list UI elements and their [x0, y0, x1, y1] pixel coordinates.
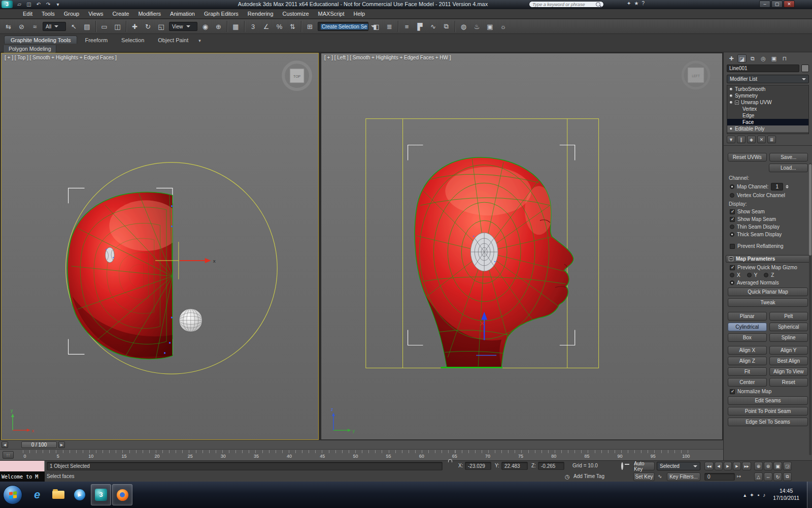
search-icon[interactable] — [596, 2, 600, 7]
material-editor-icon[interactable]: ◍ — [457, 20, 470, 33]
taskbar-firefox[interactable] — [112, 484, 132, 505]
qat-options-icon[interactable]: ▾ — [54, 1, 62, 8]
go-to-end-button[interactable]: ▶▶ — [742, 462, 751, 470]
align-icon[interactable]: ≣ — [383, 20, 396, 33]
align-z-button[interactable]: Align Z — [728, 357, 767, 365]
align-to-view-button[interactable]: Align To View — [769, 367, 808, 376]
show-map-seam-row[interactable]: Show Map Seam — [730, 216, 806, 222]
preview-quick-map-checkbox[interactable] — [730, 265, 735, 270]
viewport-left[interactable]: [ + ] [ Left ] [ Smooth + Highlights + E… — [321, 53, 723, 440]
edge-sel-to-seams-button[interactable]: Edge Sel To Seams — [728, 418, 808, 426]
normalize-map-checkbox[interactable] — [730, 389, 735, 394]
search-input[interactable] — [529, 2, 596, 7]
macro-recorder-field[interactable] — [0, 461, 45, 471]
viewport-top-canvas[interactable]: x x y TOP — [2, 53, 318, 439]
fit-button[interactable]: Fit — [728, 367, 767, 376]
uv-sphere-gizmo[interactable] — [179, 309, 202, 332]
stack-item-unwrap-uvw[interactable]: Unwrap UVW — [727, 99, 808, 106]
tray-volume-icon[interactable]: ♪ — [763, 492, 765, 498]
axis-x-radio[interactable] — [730, 273, 734, 277]
tab-freeform[interactable]: Freeform — [79, 36, 114, 44]
tweak-button[interactable]: Tweak — [728, 298, 808, 307]
save-button[interactable]: Save... — [769, 153, 808, 162]
undo-icon[interactable]: ↶ — [35, 1, 43, 8]
zoom-extents-icon[interactable]: ▣ — [773, 462, 782, 470]
expand-collapse-icon[interactable] — [735, 101, 739, 105]
set-key-toggle-icon[interactable] — [621, 463, 623, 469]
z-coord-field[interactable]: -0.265 — [538, 462, 564, 470]
maximize-viewport-toggle-icon[interactable]: ⧉ — [783, 472, 792, 481]
tab-object-paint[interactable]: Object Paint — [152, 36, 194, 44]
stack-item-turbosmooth[interactable]: TurboSmooth — [727, 86, 808, 92]
box-button[interactable]: Box — [728, 333, 767, 342]
subtab-polygon-modeling[interactable]: Polygon Modeling — [3, 45, 56, 53]
hierarchy-tab-icon[interactable]: ⧉ — [748, 54, 757, 62]
unlink-selection-icon[interactable]: ⊘ — [15, 20, 28, 33]
menu-group[interactable]: Group — [59, 10, 84, 18]
prevent-reflattening-row[interactable]: Prevent Reflattening — [730, 243, 806, 249]
modifier-bulb-icon[interactable] — [729, 94, 733, 98]
render-setup-icon[interactable]: ♨ — [470, 20, 483, 33]
vertex-color-radio[interactable] — [730, 193, 734, 198]
tab-graphite-modeling-tools[interactable]: Graphite Modeling Tools — [4, 36, 77, 44]
play-button[interactable]: ▶ — [724, 462, 732, 470]
averaged-normals-radio[interactable] — [730, 280, 734, 285]
favorites-icon[interactable]: ★ — [634, 1, 638, 6]
selection-filter-dropdown[interactable]: All — [43, 22, 66, 31]
menu-graph-editors[interactable]: Graph Editors — [199, 10, 243, 18]
show-seam-checkbox[interactable] — [730, 209, 735, 214]
time-slider-handle[interactable]: 0 / 100 — [21, 441, 57, 448]
stack-subitem-vertex[interactable]: Vertex — [727, 106, 808, 112]
show-hidden-icons[interactable]: ▴ — [743, 492, 746, 498]
menu-help[interactable]: Help — [349, 10, 370, 18]
tray-icon-a[interactable]: ✦ — [750, 492, 754, 498]
start-button[interactable] — [3, 485, 22, 504]
spinner-snap-icon[interactable]: ⇅ — [286, 20, 299, 33]
object-color-swatch[interactable] — [801, 65, 809, 72]
menu-views[interactable]: Views — [84, 10, 108, 18]
utilities-tab-icon[interactable]: ⊓ — [780, 54, 789, 62]
averaged-normals-row[interactable]: Averaged Normals — [730, 280, 806, 285]
menu-modifiers[interactable]: Modifiers — [133, 10, 165, 18]
current-frame-field[interactable]: 0 — [704, 473, 735, 481]
normalize-map-row[interactable]: Normalize Map — [730, 389, 806, 394]
pelt-button[interactable]: Pelt — [769, 312, 808, 321]
bind-to-space-warp-icon[interactable]: ≈ — [28, 20, 41, 33]
key-mode-dropdown[interactable]: Selected — [657, 462, 700, 470]
map-channel-row[interactable]: Map Channel: 1 — [730, 183, 806, 190]
schematic-view-icon[interactable]: ⧉ — [440, 20, 453, 33]
load-button[interactable]: Load... — [769, 164, 808, 172]
key-step-icon[interactable]: ↦ — [737, 473, 741, 479]
help-icon[interactable]: ? — [641, 1, 645, 6]
spherical-button[interactable]: Spherical — [769, 323, 808, 331]
viewcube[interactable]: LEFT — [683, 62, 709, 88]
menu-tools[interactable]: Tools — [37, 10, 59, 18]
motion-tab-icon[interactable]: ◎ — [759, 54, 768, 62]
configure-modifier-sets-icon[interactable]: ≣ — [767, 136, 776, 143]
remove-modifier-icon[interactable]: ✕ — [757, 136, 766, 143]
head-model-left-view[interactable] — [415, 157, 573, 368]
map-parameters-rollout[interactable]: Map Parameters — [726, 255, 810, 263]
graphite-ribbon-toggle-icon[interactable]: ▛ — [414, 20, 426, 33]
taskbar-media-player[interactable]: ▶ — [70, 484, 90, 505]
select-object-icon[interactable]: ↖ — [67, 20, 80, 33]
panel-scrollbar[interactable] — [809, 163, 811, 455]
ribbon-minimize-icon[interactable]: ▾ — [196, 37, 204, 44]
viewcube[interactable]: TOP — [283, 62, 311, 89]
rendered-frame-window-icon[interactable]: ▣ — [484, 20, 496, 33]
save-file-icon[interactable]: ◫ — [25, 1, 33, 8]
zoom-extents-all-icon[interactable]: ◲ — [783, 462, 792, 470]
map-channel-radio[interactable] — [730, 184, 734, 189]
viewport-top-label[interactable]: [ + ] [ Top ] [ Smooth + Highlights + Ed… — [5, 55, 117, 60]
viewport-left-label[interactable]: [ + ] [ Left ] [ Smooth + Highlights + E… — [324, 55, 451, 60]
stack-item-symmetry[interactable]: Symmetry — [727, 92, 808, 99]
curve-editor-icon[interactable]: ∿ — [427, 20, 439, 33]
create-tab-icon[interactable]: ✚ — [727, 54, 736, 62]
quick-planar-map-button[interactable]: Quick Planar Map — [728, 288, 808, 296]
close-button[interactable]: ✕ — [784, 1, 795, 8]
maxscript-mini-listener[interactable]: Welcome to M — [0, 471, 45, 482]
window-crossing-icon[interactable]: ◫ — [111, 20, 124, 33]
show-seam-row[interactable]: Show Seam — [730, 209, 806, 214]
communication-center-icon[interactable]: ✦ — [627, 1, 631, 6]
percent-snap-icon[interactable]: % — [273, 20, 286, 33]
